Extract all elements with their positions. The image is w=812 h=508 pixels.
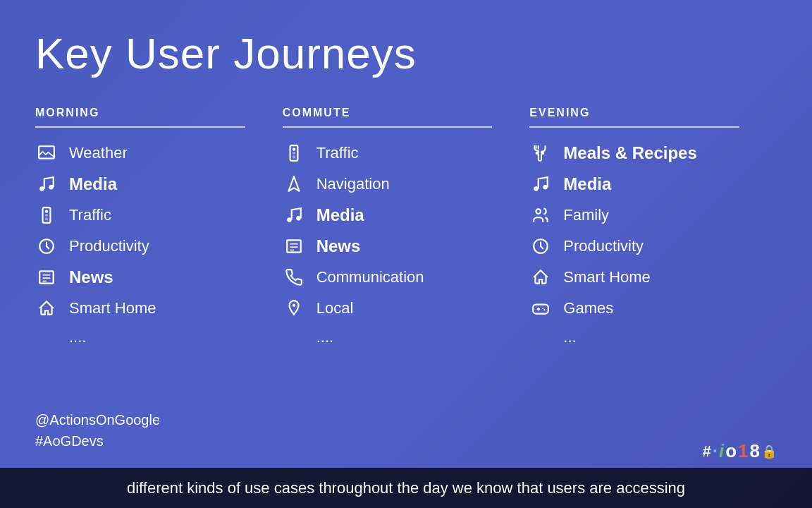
item-label: Smart Home — [563, 268, 650, 286]
svg-point-15 — [293, 155, 295, 158]
list-item: Navigation — [283, 173, 516, 195]
svg-point-33 — [543, 308, 544, 309]
evening-divider — [529, 126, 739, 128]
svg-point-6 — [45, 217, 48, 220]
item-label: Meals & Recipes — [563, 143, 696, 163]
traffic-icon — [35, 204, 58, 226]
item-label: Media — [69, 174, 117, 194]
list-item: Meals & Recipes — [529, 142, 763, 164]
svg-rect-30 — [534, 305, 549, 314]
commute-header: COMMUTE — [283, 107, 516, 119]
svg-point-17 — [287, 217, 292, 222]
music-icon — [283, 204, 305, 226]
people-icon — [529, 204, 552, 226]
subtitle-bar: different kinds of use cases throughout … — [0, 468, 812, 508]
io-logo: #·io18🔒 — [702, 440, 777, 462]
list-item: Media — [35, 173, 269, 195]
svg-point-1 — [39, 186, 44, 191]
item-label: News — [316, 236, 361, 256]
pin-icon — [283, 297, 305, 320]
news-icon — [35, 266, 58, 289]
list-item: Productivity — [529, 235, 763, 258]
list-item: Smart Home — [35, 297, 269, 320]
columns-container: MORNING Weather Media Traffic — [35, 107, 777, 346]
slide: Key User Journeys MORNING Weather Media — [0, 0, 812, 508]
news-icon — [283, 235, 305, 258]
home-icon — [529, 266, 552, 289]
list-item: Traffic — [283, 142, 516, 164]
item-label: Productivity — [69, 237, 149, 255]
list-item: Traffic — [35, 204, 269, 226]
list-item: Communication — [283, 266, 516, 289]
list-item: Smart Home — [529, 266, 763, 289]
navigation-icon — [283, 173, 305, 195]
morning-header: MORNING — [35, 107, 269, 119]
music-icon — [529, 173, 552, 195]
item-label: Media — [563, 174, 611, 194]
food-icon — [529, 142, 552, 164]
svg-point-23 — [293, 304, 295, 307]
item-label: Traffic — [316, 144, 359, 162]
svg-point-18 — [296, 216, 301, 221]
list-item: Local — [283, 297, 516, 320]
clock-icon — [529, 235, 552, 258]
item-label: Weather — [69, 144, 128, 162]
list-item: Games — [529, 297, 763, 320]
list-item: News — [283, 235, 516, 258]
home-icon — [35, 297, 58, 320]
hashtag: #AoGDevs — [35, 430, 160, 452]
item-label: Productivity — [563, 237, 644, 255]
column-morning: MORNING Weather Media Traffic — [35, 107, 283, 346]
svg-point-27 — [543, 185, 548, 190]
twitter-handle: @ActionsOnGoogle — [35, 409, 160, 430]
list-item: Media — [529, 173, 763, 195]
traffic-icon — [283, 142, 305, 164]
list-item: Media — [283, 204, 516, 226]
item-label: News — [69, 267, 113, 287]
item-label: Local — [316, 299, 354, 318]
music-icon — [35, 173, 58, 195]
svg-point-4 — [45, 210, 48, 212]
social-links: @ActionsOnGoogle #AoGDevs — [35, 409, 160, 452]
svg-point-28 — [536, 209, 541, 214]
image-icon — [35, 142, 58, 164]
item-label: Traffic — [69, 206, 111, 224]
list-item: Productivity — [35, 235, 269, 258]
evening-header: EVENING — [529, 107, 763, 119]
item-label: Navigation — [316, 175, 390, 193]
item-label: Media — [316, 205, 364, 225]
item-label: Games — [563, 299, 613, 318]
gamepad-icon — [529, 297, 552, 320]
slide-title: Key User Journeys — [35, 28, 777, 78]
commute-divider — [283, 126, 493, 128]
morning-divider — [35, 126, 245, 128]
item-label: Family — [563, 206, 609, 224]
column-evening: EVENING Meals & Recipes Media Family — [529, 107, 777, 346]
caption-text: different kinds of use cases throughout … — [127, 479, 685, 497]
clock-icon — [35, 235, 58, 258]
svg-point-2 — [49, 185, 54, 190]
list-item: Family — [529, 204, 763, 226]
list-item: Weather — [35, 142, 269, 164]
svg-point-5 — [45, 214, 48, 217]
item-label: Communication — [316, 268, 424, 286]
more-dots: .... — [69, 328, 269, 346]
svg-point-14 — [293, 152, 295, 155]
phone-icon — [283, 266, 305, 289]
svg-point-13 — [293, 147, 295, 150]
column-commute: COMMUTE Traffic Navigation Media — [283, 107, 530, 346]
svg-point-26 — [534, 186, 539, 191]
svg-point-34 — [544, 309, 546, 310]
list-item: News — [35, 266, 269, 289]
item-label: Smart Home — [69, 299, 156, 318]
svg-marker-16 — [288, 176, 299, 191]
more-dots: .... — [316, 328, 516, 346]
more-dots: ... — [563, 328, 763, 346]
